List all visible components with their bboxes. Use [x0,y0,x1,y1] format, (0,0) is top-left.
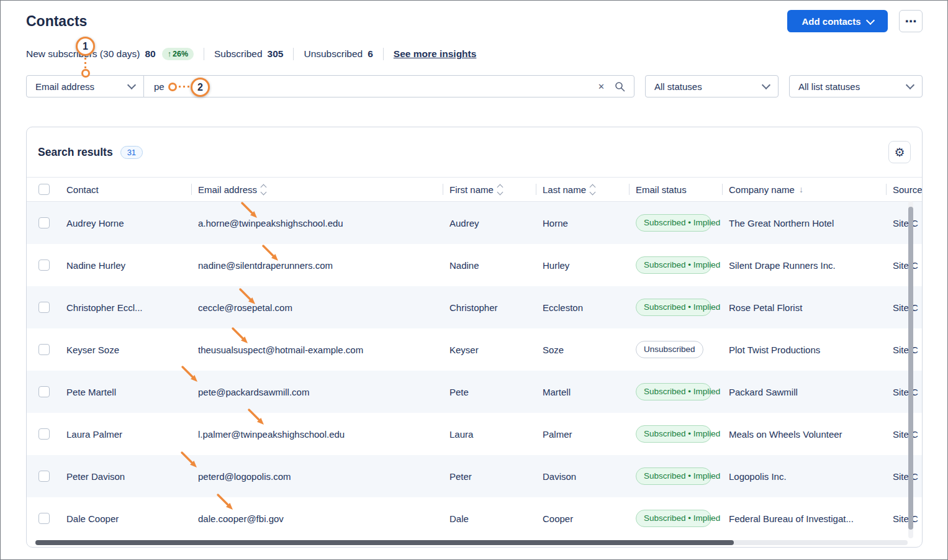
chevron-down-icon [906,81,914,89]
email-status-badge: Subscribed • Implied [636,467,711,485]
column-header-first[interactable]: First name [443,178,536,201]
first-name: Nadine [443,260,536,271]
row-checkbox[interactable] [38,344,50,355]
table-row[interactable]: Pete Martellpete@packardsawmill.comPeteM… [27,371,923,413]
clear-search-icon[interactable]: ✕ [598,83,605,91]
row-checkbox[interactable] [38,513,50,524]
table-row[interactable]: Peter Davisonpeterd@logopolis.comPeterDa… [27,455,923,497]
status-filter-select[interactable]: All statuses [645,75,779,97]
company-name: Rose Petal Florist [723,302,887,313]
search-results-card: Search results 31 ⚙ ContactEmail address… [26,127,923,548]
contact-name: Nadine Hurley [60,260,192,271]
table-row[interactable]: Christopher Eccl...ceccle@rosepetal.comC… [27,286,923,328]
sort-down-icon [590,189,596,195]
search-icon[interactable] [615,81,625,92]
column-label-contact: Contact [66,184,99,195]
row-checkbox-cell [27,428,60,440]
sort-icon [590,185,595,194]
table-row[interactable]: Keyser Sozetheusualsuspect@hotmail-examp… [27,328,923,371]
column-header-company[interactable]: Company name↓ [723,178,887,201]
contact-name: Laura Palmer [60,429,192,440]
column-header-last[interactable]: Last name [536,178,630,201]
search-box: ✕ [143,75,634,97]
table-row[interactable]: Audrey Hornea.horne@twinpeakshighschool.… [27,202,923,244]
contacts-page: Contacts Add contacts ⋯ New subscribers … [0,0,948,560]
row-checkbox-cell [27,386,60,397]
divider [383,48,384,60]
new-subscribers-value: 80 [145,48,155,60]
first-name: Peter [443,471,536,482]
email-address: peterd@logopolis.com [192,471,443,482]
column-header-contact: Contact [60,178,192,201]
email-status-badge: Subscribed • Implied [636,256,711,274]
more-options-button[interactable]: ⋯ [899,10,923,32]
row-checkbox[interactable] [38,471,50,482]
card-header: Search results 31 ⚙ [27,127,922,177]
search-input[interactable] [153,81,588,93]
company-name: Logopolis Inc. [723,471,887,482]
growth-badge: ↑ 26% [162,48,194,60]
row-checkbox[interactable] [38,386,50,397]
add-contacts-button[interactable]: Add contacts [787,10,888,32]
email-status-cell: Subscribed • Implied [630,467,723,485]
table-row[interactable]: Nadine Hurleynadine@silentdraperunners.c… [27,244,923,286]
first-name: Laura [443,429,536,440]
row-checkbox-cell [27,471,60,482]
select-all-checkbox[interactable] [38,184,50,195]
first-name: Audrey [443,218,536,228]
results-title: Search results [38,146,113,159]
trend-up-icon: ↑ [168,50,171,58]
table-settings-button[interactable]: ⚙ [888,141,911,163]
source-cell: Site C [887,471,923,482]
email-address: dale.cooper@fbi.gov [192,513,443,524]
sort-icon [261,185,266,194]
source-cell: Site C [887,387,923,397]
page-title: Contacts [26,13,87,30]
table-row[interactable]: Dale Cooperdale.cooper@fbi.govDaleCooper… [27,497,923,540]
chevron-down-icon [762,81,770,89]
last-name: Palmer [536,429,630,440]
row-checkbox-cell [27,344,60,355]
last-name: Martell [536,387,630,397]
column-label-status: Email status [636,184,687,195]
chevron-down-icon [127,81,136,89]
email-status-cell: Subscribed • Implied [630,214,723,232]
see-more-insights-link[interactable]: See more insights [394,48,477,60]
column-label-first: First name [449,184,494,195]
search-field-select[interactable]: Email address [26,75,144,97]
table-header-row: ContactEmail addressFirst nameLast nameE… [27,177,923,202]
last-name: Eccleston [536,302,630,313]
contact-name: Keyser Soze [60,345,192,355]
horizontal-scrollbar-thumb[interactable] [35,540,734,545]
status-filter-value: All statuses [654,81,702,92]
company-name: Packard Sawmill [723,387,887,397]
annotation-step-1: 1 [76,37,95,56]
contacts-table: ContactEmail addressFirst nameLast nameE… [27,177,923,540]
column-header-email[interactable]: Email address [192,178,443,201]
unsubscribed-value: 6 [368,48,373,60]
more-options-icon: ⋯ [905,16,917,27]
chevron-down-icon [865,16,874,24]
table-row[interactable]: Laura Palmerl.palmer@twinpeakshighschool… [27,413,923,455]
company-name: Plot Twist Productions [723,345,887,355]
last-name: Cooper [536,513,630,524]
last-name: Hurley [536,260,630,271]
row-checkbox[interactable] [38,302,50,313]
email-status-badge: Unsubscribed [636,341,703,358]
results-count-badge: 31 [120,146,143,159]
row-checkbox[interactable] [38,428,50,440]
contact-name: Christopher Eccl... [60,302,192,313]
source-cell: Site C [887,513,923,524]
row-checkbox[interactable] [38,217,50,228]
sort-icon [498,185,502,194]
vertical-scrollbar-thumb[interactable] [908,207,913,530]
row-checkbox[interactable] [38,260,50,271]
email-address: ceccle@rosepetal.com [192,302,443,313]
column-header-status: Email status [630,178,723,201]
source-cell: Site C [887,218,923,228]
list-status-filter-select[interactable]: All list statuses [789,75,923,97]
row-checkbox-cell [27,217,60,228]
row-checkbox-cell [27,302,60,313]
search-field-select-value: Email address [35,81,94,92]
company-name: Silent Drape Runners Inc. [723,260,887,271]
